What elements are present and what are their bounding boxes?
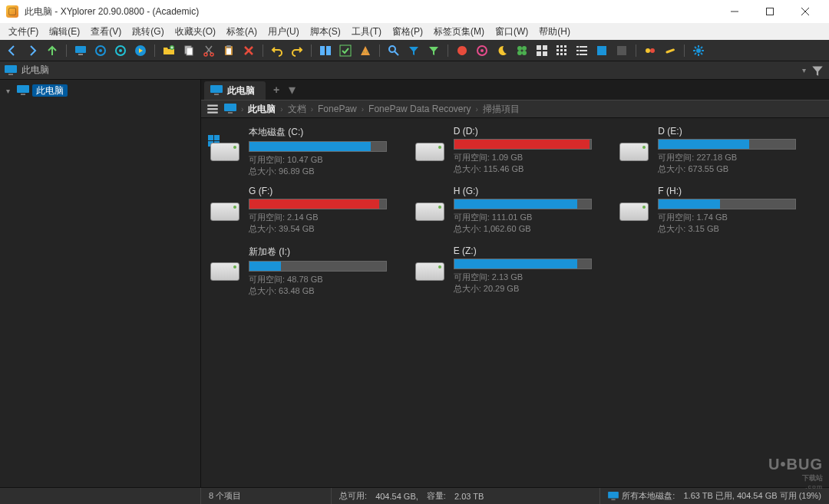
svg-rect-43	[576, 50, 579, 51]
dropdown-icon[interactable]: ▾	[802, 66, 806, 74]
menu-script[interactable]: 脚本(S)	[305, 24, 346, 40]
grid-small-button[interactable]	[553, 41, 571, 60]
monitor-icon	[17, 85, 29, 96]
chevron-icon: ›	[280, 105, 282, 114]
nav-forward-button[interactable]	[23, 41, 41, 60]
monitor-icon	[5, 65, 17, 76]
drive-item[interactable]: D (D:) 可用空间: 1.09 GB 总大小: 115.46 GB	[415, 126, 616, 181]
target-cyan-button[interactable]	[111, 41, 130, 60]
dualpane-button[interactable]	[316, 41, 335, 60]
clover-button[interactable]	[513, 41, 531, 60]
blue-square-button[interactable]	[593, 41, 611, 60]
menu-tabsets[interactable]: 标签页集(M)	[428, 24, 490, 40]
target-blue-button[interactable]	[91, 41, 110, 60]
collapse-icon[interactable]: ▾	[6, 87, 14, 95]
close-button[interactable]	[788, 0, 823, 23]
separator-icon	[634, 43, 638, 58]
crumb-seg[interactable]: FonePaw Data Recovery	[368, 104, 471, 114]
drive-item[interactable]: G (F:) 可用空间: 2.14 GB 总大小: 39.54 GB	[210, 186, 411, 241]
nav-back-button[interactable]	[3, 41, 21, 60]
monitor-icon	[608, 492, 619, 501]
drive-total: 总大小: 63.48 GB	[249, 285, 411, 297]
menu-user[interactable]: 用户(U)	[263, 24, 305, 40]
menu-window[interactable]: 窗口(W)	[490, 24, 533, 40]
pizza-button[interactable]	[356, 41, 375, 60]
maximize-button[interactable]	[752, 0, 788, 23]
monitor-button[interactable]	[71, 41, 90, 60]
tab-menu-button[interactable]: ▾	[286, 81, 299, 98]
drive-item[interactable]: F (H:) 可用空间: 1.74 GB 总大小: 3.15 GB	[619, 186, 820, 241]
tab-this-pc[interactable]: 此电脑	[204, 81, 266, 100]
filter-green-button[interactable]	[424, 41, 443, 60]
menu-edit[interactable]: 编辑(E)	[44, 24, 85, 40]
svg-rect-51	[666, 48, 675, 54]
separator-icon	[153, 43, 157, 58]
drive-item[interactable]: E (Z:) 可用空间: 2.13 GB 总大小: 20.29 GB	[415, 245, 616, 301]
search-button[interactable]	[385, 41, 403, 60]
checked-button[interactable]	[336, 41, 355, 60]
menu-fav[interactable]: 收藏夹(O)	[170, 24, 221, 40]
paste-button[interactable]	[220, 41, 238, 60]
breadcrumb-bar[interactable]: › 此电脑 › 文档 › FonePaw › FonePaw Data Reco…	[201, 100, 829, 118]
menu-tags[interactable]: 标签(A)	[221, 24, 263, 40]
drive-icon	[619, 196, 650, 224]
drive-free: 可用空间: 48.78 GB	[249, 274, 411, 285]
nav-up-button[interactable]	[43, 41, 61, 60]
red-shape-button[interactable]	[453, 41, 471, 60]
undo-button[interactable]	[268, 41, 286, 60]
menu-go[interactable]: 跳转(G)	[127, 24, 169, 40]
swirl-button[interactable]	[473, 41, 491, 60]
svg-rect-15	[226, 48, 231, 54]
svg-rect-59	[224, 104, 236, 111]
redo-button[interactable]	[288, 41, 306, 60]
drive-item[interactable]: 新加卷 (I:) 可用空间: 48.78 GB 总大小: 63.48 GB	[210, 245, 411, 301]
svg-point-11	[204, 53, 207, 56]
grid-large-button[interactable]	[533, 41, 551, 60]
menu-icon[interactable]	[206, 102, 220, 116]
drive-name: G (F:)	[249, 186, 411, 196]
dark-square-button[interactable]	[613, 41, 631, 60]
window-title: 此电脑 - XYplorer 20.90.0800 - (Academic)	[25, 5, 717, 18]
menu-panes[interactable]: 窗格(P)	[387, 24, 428, 40]
menu-help[interactable]: 帮助(H)	[533, 24, 576, 40]
folder-tree[interactable]: ▾ 此电脑	[0, 80, 201, 487]
svg-rect-33	[560, 45, 563, 48]
cut-button[interactable]	[200, 41, 218, 60]
dots-button[interactable]	[641, 41, 659, 60]
menu-file[interactable]: 文件(F)	[3, 24, 44, 40]
drive-item[interactable]: 本地磁盘 (C:) 可用空间: 10.47 GB 总大小: 96.89 GB	[210, 126, 411, 181]
menu-view[interactable]: 查看(V)	[85, 24, 127, 40]
title-bar: 此电脑 - XYplorer 20.90.0800 - (Academic)	[0, 0, 829, 23]
drive-item[interactable]: D (E:) 可用空间: 227.18 GB 总大小: 673.55 GB	[619, 126, 820, 181]
moon-button[interactable]	[493, 41, 511, 60]
address-bar[interactable]: 此电脑 ▾	[0, 61, 829, 80]
new-tab-button[interactable]: +	[267, 84, 286, 96]
new-folder-button[interactable]	[160, 41, 178, 60]
filter-blue-button[interactable]	[405, 41, 423, 60]
copy-button[interactable]	[180, 41, 198, 60]
drive-icon	[210, 256, 241, 284]
drive-free: 可用空间: 111.01 GB	[454, 212, 616, 223]
list-button[interactable]	[573, 41, 591, 60]
crumb-seg[interactable]: 文档	[288, 103, 306, 116]
play-button[interactable]	[131, 41, 150, 60]
separator-icon	[682, 43, 686, 58]
minimize-button[interactable]	[717, 0, 752, 23]
settings-button[interactable]	[689, 41, 708, 60]
delete-button[interactable]	[239, 41, 258, 60]
drive-icon	[210, 196, 241, 224]
crumb-root[interactable]: 此电脑	[248, 103, 276, 116]
svg-rect-35	[557, 49, 559, 51]
monitor-icon	[224, 104, 236, 114]
drive-free: 可用空间: 1.74 GB	[658, 212, 820, 223]
drive-item[interactable]: H (G:) 可用空间: 111.01 GB 总大小: 1,062.60 GB	[415, 186, 616, 241]
drive-name: 新加卷 (I:)	[249, 245, 411, 259]
filter-icon[interactable]	[811, 64, 824, 77]
drive-total: 总大小: 96.89 GB	[249, 166, 411, 177]
crumb-seg[interactable]: 掃描項目	[483, 103, 520, 116]
wand-button[interactable]	[661, 41, 679, 60]
svg-rect-1	[75, 46, 86, 53]
crumb-seg[interactable]: FonePaw	[318, 104, 357, 114]
menu-tools[interactable]: 工具(T)	[346, 24, 387, 40]
tree-node-this-pc[interactable]: ▾ 此电脑	[0, 83, 200, 98]
